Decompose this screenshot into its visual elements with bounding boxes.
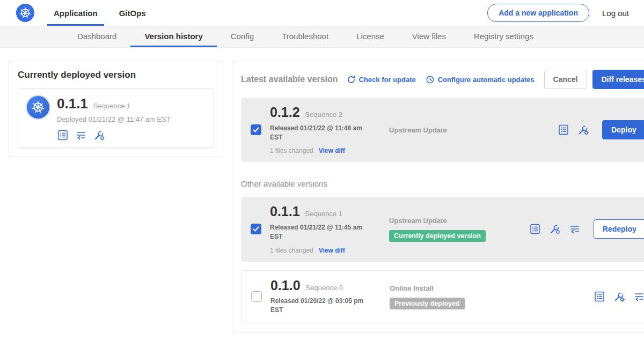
header-actions: Cancel Diff releases bbox=[544, 70, 644, 89]
clock-icon bbox=[426, 75, 435, 84]
version-actions: Deploy bbox=[558, 120, 644, 139]
latest-header: Latest available version Check for updat… bbox=[241, 70, 644, 89]
cancel-button[interactable]: Cancel bbox=[544, 70, 587, 89]
version-info: 0.1.0 Sequence 0 Released 01/20/22 @ 03:… bbox=[270, 278, 378, 315]
currently-deployed-badge: Currently deployed version bbox=[389, 230, 486, 242]
version-source: Upstream Update Currently deployed versi… bbox=[389, 217, 515, 242]
view-diff-link[interactable]: View diff bbox=[319, 247, 345, 254]
latest-panel-title: Latest available version bbox=[241, 75, 338, 84]
version-checkbox[interactable] bbox=[251, 291, 262, 302]
topnav-tabs: Application GitOps bbox=[47, 0, 161, 26]
tab-troubleshoot[interactable]: Troubleshoot bbox=[268, 26, 342, 47]
add-application-button[interactable]: Add a new application bbox=[487, 4, 589, 22]
version-number: 0.1.1 bbox=[270, 204, 300, 219]
released-timestamp: Released 01/21/22 @ 11:45 am EST bbox=[270, 223, 368, 242]
latest-version-panel: Latest available version Check for updat… bbox=[232, 61, 644, 332]
version-actions: Redeploy bbox=[529, 219, 644, 239]
source-label: Online Install bbox=[390, 284, 434, 292]
deployed-timestamp: Deployed 01/21/22 @ 11:47 am EST bbox=[57, 115, 171, 123]
version-row: 0.1.0 Sequence 0 Released 01/20/22 @ 03:… bbox=[241, 270, 644, 323]
tab-version-history[interactable]: Version history bbox=[130, 26, 216, 47]
helm-wheel-icon bbox=[19, 6, 32, 19]
edit-config-icon[interactable] bbox=[93, 129, 105, 141]
app-sub-nav: Dashboard Version history Config Trouble… bbox=[0, 26, 644, 48]
version-source: Upstream Update bbox=[389, 126, 515, 134]
main-content: Currently deployed version bbox=[0, 48, 644, 340]
tab-license[interactable]: License bbox=[342, 26, 398, 47]
check-for-update-link[interactable]: Check for update bbox=[347, 75, 416, 84]
release-notes-icon[interactable] bbox=[594, 291, 605, 302]
released-timestamp: Released 01/21/22 @ 11:48 am EST bbox=[270, 124, 368, 143]
version-sequence: Sequence 1 bbox=[305, 210, 342, 218]
version-checkbox[interactable] bbox=[251, 124, 261, 135]
version-row: 0.1.1 Sequence 1 Released 01/21/22 @ 11:… bbox=[241, 197, 644, 261]
deployed-panel-title: Currently deployed version bbox=[18, 70, 214, 80]
deploy-logs-icon[interactable] bbox=[569, 223, 581, 235]
tab-config[interactable]: Config bbox=[217, 26, 268, 47]
version-sequence: Sequence 2 bbox=[305, 110, 342, 119]
other-versions-title: Other available versions bbox=[241, 179, 644, 188]
source-label: Upstream Update bbox=[389, 126, 447, 134]
deployed-actions bbox=[57, 129, 171, 141]
deployed-sequence: Sequence 1 bbox=[93, 102, 130, 110]
currently-deployed-panel: Currently deployed version bbox=[9, 61, 223, 157]
topnav-right: Add a new application Log out bbox=[487, 0, 629, 26]
previously-deployed-badge: Previously deployed bbox=[390, 298, 465, 309]
version-number: 0.1.0 bbox=[270, 278, 301, 293]
view-diff-link[interactable]: View diff bbox=[319, 147, 345, 154]
tab-registry-settings[interactable]: Registry settings bbox=[460, 26, 547, 47]
released-timestamp: Released 01/20/22 @ 03:05 pm EST bbox=[270, 297, 368, 315]
top-nav: Application GitOps Add a new application… bbox=[0, 0, 644, 26]
release-notes-icon[interactable] bbox=[57, 129, 69, 141]
version-info: 0.1.2 Sequence 2 Released 01/21/22 @ 11:… bbox=[270, 105, 377, 154]
diff-releases-button[interactable]: Diff releases bbox=[592, 70, 644, 89]
edit-config-icon[interactable] bbox=[549, 223, 561, 235]
redeploy-button[interactable]: Redeploy bbox=[594, 219, 644, 239]
refresh-icon bbox=[347, 75, 356, 84]
tab-application[interactable]: Application bbox=[47, 0, 104, 26]
kubernetes-logo bbox=[16, 4, 34, 22]
deployed-version-card: 0.1.1 Sequence 1 Deployed 01/21/22 @ 11:… bbox=[18, 88, 214, 148]
tab-gitops[interactable]: GitOps bbox=[113, 0, 152, 26]
logout-link[interactable]: Log out bbox=[602, 9, 629, 18]
version-sequence: Sequence 0 bbox=[306, 284, 343, 292]
files-changed-label: 1 files changed bbox=[270, 247, 313, 254]
deploy-button[interactable]: Deploy bbox=[602, 120, 644, 139]
deployed-version-number: 0.1.1 bbox=[57, 96, 88, 112]
source-label: Upstream Update bbox=[389, 217, 447, 225]
app-icon bbox=[27, 96, 49, 119]
release-notes-icon[interactable] bbox=[558, 124, 569, 136]
files-changed-label: 1 files changed bbox=[270, 147, 313, 154]
version-actions bbox=[594, 291, 644, 302]
helm-wheel-icon bbox=[31, 100, 45, 114]
version-number: 0.1.2 bbox=[270, 105, 300, 120]
tab-view-files[interactable]: View files bbox=[398, 26, 460, 47]
version-source: Online Install Previously deployed bbox=[390, 284, 516, 309]
tab-dashboard[interactable]: Dashboard bbox=[63, 26, 130, 47]
deploy-logs-icon[interactable] bbox=[633, 291, 644, 302]
version-row: 0.1.2 Sequence 2 Released 01/21/22 @ 11:… bbox=[241, 98, 644, 162]
edit-config-icon[interactable] bbox=[577, 124, 589, 136]
version-checkbox[interactable] bbox=[251, 224, 261, 234]
release-notes-icon[interactable] bbox=[529, 223, 541, 235]
deployed-version-info: 0.1.1 Sequence 1 Deployed 01/21/22 @ 11:… bbox=[57, 96, 171, 141]
version-info: 0.1.1 Sequence 1 Released 01/21/22 @ 11:… bbox=[270, 204, 377, 254]
deploy-logs-icon[interactable] bbox=[75, 129, 87, 141]
configure-automatic-updates-link[interactable]: Configure automatic updates bbox=[426, 75, 535, 84]
edit-config-icon[interactable] bbox=[613, 291, 625, 302]
